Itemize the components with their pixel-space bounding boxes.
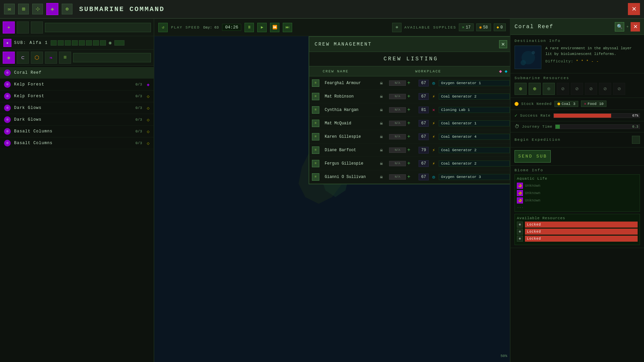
crew-info-btn-1[interactable]: ≡ [312,79,319,87]
crew-workplace-8: ◎ Oxygen Generator 3 [430,173,510,181]
location-item-dark-2[interactable]: ⌾ Dark Glows 0/3 ◇ [0,114,154,126]
stock-needed-row: Stock Needed Coal 3 ✕ Food 10 [511,98,644,110]
loc-kelp1-diamond: ◆ [147,82,150,87]
coal-icon-2: ⚡ [430,93,437,100]
bottom-nav-compass[interactable]: ◈ [3,52,15,64]
health-seg-8 [100,40,106,46]
location-list: ⌾ Coral Reef ⌾ Kelp Forest 0/3 ◆ ⌾ Kelp … [0,66,154,362]
stock-coal-label: Coal [561,102,570,106]
zoom-add[interactable]: + [626,22,629,32]
bottom-nav-bars[interactable]: ≡ [59,52,71,64]
available-resources-label: Available Resources [517,216,638,220]
nav-btn-2[interactable] [31,21,43,34]
crew-info-btn-4[interactable]: ≡ [312,120,319,127]
destination-title: Coral Reef [515,24,553,30]
aquatic-life-section: Aquatic Life 🐠 Unknown 🐠 Unknown 🐠 Unkno… [515,174,640,212]
crew-info-btn-2[interactable]: ≡ [312,93,319,100]
app-icon-grid[interactable]: ⊞ [18,4,29,14]
supplies-bar: ⊕ AVAILABLE SUPPLIES ✕ 17 ◉ 58 ◆ 0 [392,23,506,32]
crew-name-1: Fearghal Armour [323,81,376,85]
expedition-slider[interactable] [632,136,640,144]
aquatic-icon-3: 🐠 [517,197,523,203]
search-button[interactable]: 🔍 [615,22,624,32]
stock-circle-icon [515,102,519,106]
location-item-kelp-1[interactable]: ⌾ Kelp Forest 0/3 ◆ [0,79,154,90]
play-button[interactable]: ▶ [257,23,267,32]
table-row: ≡ Fergus Gillespie ☠ N/A + 67 ⚡ Coal Gen… [309,157,510,170]
app-icon-compass[interactable]: ◈ [46,3,58,15]
bottom-nav-box[interactable]: ⬡ [31,52,43,64]
aquatic-name-2: Unknown [525,191,540,195]
location-item-dark-1[interactable]: ⌾ Dark Glows 0/3 ◇ [0,102,154,114]
loc-basalt2-count: 0/3 [136,141,142,145]
crew-info-btn-7[interactable]: ≡ [312,160,319,167]
right-header-buttons: 🔍 + ✕ [615,22,640,32]
fastest-button[interactable]: ⏭ [283,23,292,32]
crew-info-btn-5[interactable]: ≡ [312,133,319,140]
loc-kelp1-name: Kelp Forest [14,82,132,87]
crew-plus-3: + [407,107,417,113]
id-field [114,40,124,46]
crew-workplace-5: ⚡ Coal Generator 4 [430,133,510,140]
nav-btn-1[interactable] [17,21,29,34]
nav-compass-icon[interactable]: ◈ [3,21,15,34]
location-item-kelp-2[interactable]: ⌾ Kelp Forest 0/3 ◇ [0,90,154,102]
crew-workplace-2: ⚡ Coal Generator 2 [430,93,510,100]
health-seg-3 [65,40,71,46]
crew-na-7: N/A [389,161,406,166]
crew-table-header: CREW NAME WORKPLACE ◆ ◆ ◆ ◆ ◆ [309,66,510,76]
crew-plus-4: + [407,120,417,126]
app-icon-crew[interactable]: ⊕ [62,4,72,14]
loc-kelp2-count: 0/3 [136,94,142,98]
supply-icon: ⊕ [392,23,401,32]
table-row: ≡ Mat Robinson ☠ N/A + 67 ⚡ Coal Generat… [309,90,510,103]
stock-food-label: Food [588,102,596,106]
crew-workplace-name-3: Cloning Lab 1 [439,107,510,113]
col-diamond-cyan: ◆ [504,68,508,74]
day-display: Day: 63 [203,25,219,29]
sub-res-icon-6: ⊘ [585,83,597,95]
crew-name-5: Karen Gillespie [323,134,376,139]
destination-difficulty: Difficulty: * * * - - [545,59,640,63]
fast-forward-button[interactable]: ⏩ [270,23,279,32]
location-item-coral-reef[interactable]: ⌾ Coral Reef [0,67,154,79]
right-close-button[interactable]: ✕ [631,22,640,32]
location-item-basalt-2[interactable]: ⌾ Basalt Columns 0/3 ◇ [0,137,154,149]
success-rate-bar: 67% [553,113,640,118]
crew-workplace-name-6: Coal Generator 2 [439,147,510,153]
crew-workplace-6: ⚡ Coal Generator 2 [430,146,510,154]
location-item-basalt-1[interactable]: ⌾ Basalt Columns 0/3 ◇ [0,126,154,137]
crew-na-5: N/A [389,134,406,139]
crew-skull-6: ☠ [378,146,385,154]
crew-plus-5: + [407,134,417,140]
send-sub-button[interactable]: SEND SUB [515,150,551,163]
sub-diamond-icon: ◈ [3,39,11,47]
crew-info-btn-3[interactable]: ≡ [312,106,319,114]
journey-value: 0.3 [632,125,638,129]
refresh-icon[interactable]: ↺ [158,23,168,32]
bottom-nav-paw[interactable]: ❧ [45,52,57,64]
app-title: SUBMARINE COMMAND [79,5,165,13]
crew-info-btn-8[interactable]: ≡ [312,173,319,181]
crew-info-btn-6[interactable]: ≡ [312,146,319,154]
nav-search-input[interactable] [45,23,151,32]
app-icon-cursor[interactable]: ⊹ [32,4,43,14]
stock-x-icon: ✕ [584,102,586,106]
bottom-nav-search-input[interactable] [73,53,151,62]
app-icon-mail[interactable]: ✉ [4,4,15,14]
crew-dialog-close-button[interactable]: ✕ [499,40,507,48]
sub-info-bar: ◈ SUB: Alfa 1 ◉ [0,36,154,50]
crew-na-8: N/A [389,174,406,180]
crew-stat-6: 79 [419,147,429,154]
bottom-nav-sub[interactable]: ⊂ [17,52,29,64]
pause-button[interactable]: ⏸ [245,23,254,32]
aquatic-name-1: Unknown [525,184,540,188]
aquatic-item-3: 🐠 Unknown [517,197,638,204]
crew-plus-7: + [407,161,417,167]
app-close-button[interactable]: ✕ [628,3,640,15]
stock-coal-val: 3 [573,102,576,106]
crew-dialog-title: CREW MANAGEMENT [315,42,372,47]
difficulty-label: Difficulty: [545,59,574,63]
supply-orange-item: ◉ 58 [476,23,491,31]
crew-skull-2: ☠ [378,93,385,100]
